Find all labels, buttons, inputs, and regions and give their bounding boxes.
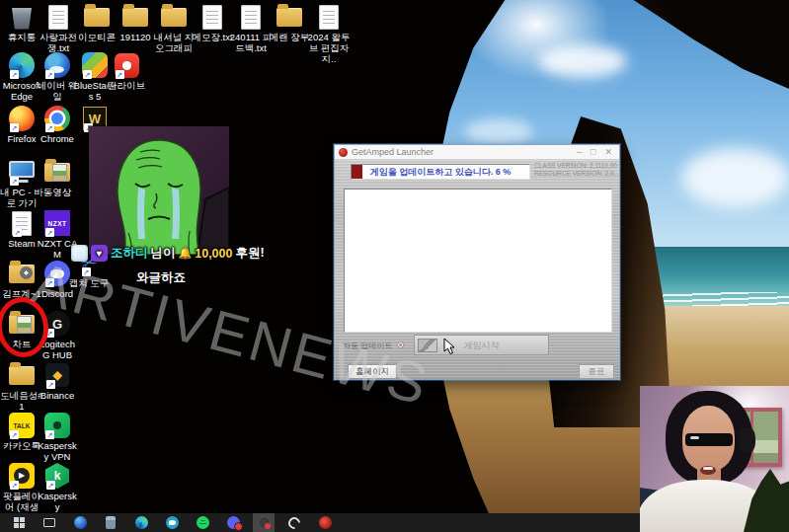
game-start-button[interactable]: 게임시작 — [414, 335, 549, 355]
text-file-icon — [48, 5, 68, 30]
kaspersky-icon: k — [45, 463, 69, 489]
folder-icon — [9, 366, 35, 385]
desktop-icon-live-app[interactable]: 딴라이브 — [105, 51, 148, 92]
folder-icon — [122, 8, 148, 27]
twitter-icon — [166, 516, 179, 529]
chrome-icon — [44, 106, 70, 131]
icon-label: Binance — [40, 391, 74, 402]
taskbar-discord[interactable] — [222, 513, 244, 532]
desktop-icon-folder-emoticon[interactable]: 이모티콘 — [75, 3, 118, 43]
taskbar-spotify[interactable] — [192, 513, 213, 532]
donation-overlay: ♥ 조하디님이 🔔 10,000후원! 와글하죠 — [71, 245, 288, 286]
desktop-icon-kaspersky-vpn[interactable]: Kaspersky VPN — [36, 412, 79, 463]
close-button[interactable]: ✕ — [604, 147, 612, 157]
icon-label: 메모장.txt — [192, 33, 232, 43]
donor-name: 조하디 — [111, 245, 148, 262]
version-info: CLASS VERSION: 2,1110,00 RESOURCE VERSIO… — [534, 162, 619, 179]
taskbar-edge[interactable] — [130, 513, 152, 532]
webcam-person-mouth — [700, 466, 716, 475]
steam-icon — [12, 211, 32, 236]
icon-label: 2024 왈투브 편집자 지.. — [307, 33, 351, 65]
auto-update-radio[interactable] — [397, 342, 404, 348]
text-file-icon — [319, 5, 339, 30]
taskbar-twitter[interactable] — [161, 513, 183, 532]
taskbar-task-view[interactable] — [39, 513, 60, 532]
desktop-icon-folder-191120[interactable]: 191120 — [114, 3, 157, 43]
window-pane — [753, 412, 779, 463]
wallpaper-cloud — [464, 118, 533, 144]
resource-version: RESOURCE VERSION: 2,9,.. — [534, 170, 619, 178]
taskbar-calculator[interactable] — [100, 513, 121, 532]
icon-label: Steam — [8, 239, 35, 250]
window-title: GetAmped Launcher — [352, 147, 573, 157]
wallpaper-cloud — [538, 44, 627, 78]
whale-browser-icon — [74, 516, 87, 529]
text-file-icon — [202, 5, 222, 30]
donation-tail: 후원! — [235, 245, 264, 262]
recycle-bin-icon — [12, 5, 32, 30]
desktop-icon-txt-feedback[interactable]: 240111 피드백.txt — [229, 3, 273, 54]
text-file-icon — [241, 5, 261, 30]
auto-update-label: 자동 업데이트 — [343, 341, 392, 351]
launcher-title-bar[interactable]: GetAmped Launcher – □ ✕ — [335, 145, 619, 160]
logitech-g-icon — [286, 514, 303, 531]
desktop-icon-txt-love-war[interactable]: 사랑과전쟁.txt — [37, 3, 80, 54]
webcam-sunglasses — [685, 433, 733, 446]
spotify-icon — [197, 516, 209, 529]
folder-icon — [44, 163, 70, 182]
desktop-icon-kaspersky[interactable]: k Kaspersky — [36, 462, 79, 513]
folder-icon — [161, 8, 187, 27]
calculator-icon — [106, 516, 116, 529]
kaspersky-vpn-icon — [44, 413, 70, 438]
game-start-label: 게임시작 — [415, 336, 548, 354]
taskbar-whale-browser[interactable] — [69, 513, 91, 532]
icon-label: 240111 피드백.txt — [229, 33, 273, 54]
desktop-icon-txt-memo[interactable]: 메모장.txt — [191, 3, 234, 43]
my-pc-icon — [9, 161, 35, 178]
edge-icon — [135, 516, 148, 529]
webcam-headphone — [739, 427, 755, 453]
homepage-button[interactable]: 홈페이지 — [348, 364, 397, 379]
play-icon: ▶ — [14, 468, 30, 484]
folder-icon — [276, 8, 302, 27]
icon-label: 동영상 — [43, 188, 72, 198]
donation-amount: 10,000 — [195, 247, 232, 261]
taskbar-nzxt-cam-active[interactable] — [253, 513, 275, 532]
whale-browser-icon — [44, 52, 70, 78]
progress-text: 게임을 업데이트하고 있습니다. 6 % — [352, 165, 529, 179]
icon-label: 내셔널 지오그래피 — [152, 33, 196, 54]
exit-button[interactable]: 종료 — [579, 364, 614, 379]
heart-icon: ♥ — [91, 245, 108, 262]
folder-icon — [9, 265, 35, 283]
desktop-icon-folder-videos[interactable]: 동영상 — [36, 158, 79, 198]
minimize-button[interactable]: – — [577, 147, 582, 157]
icon-label: Kaspersky — [36, 492, 79, 513]
icon-label: 191120 — [120, 33, 151, 43]
desktop-icon-folder-natgeo[interactable]: 내셔널 지오그래피 — [152, 3, 196, 54]
desktop-screen: 휴지통 사랑과전쟁.txt 이모티콘 191120 내셔널 지오그래피 메모장.… — [0, 0, 789, 532]
donation-message: 와글하죠 — [136, 269, 288, 286]
donation-badge-icon — [71, 245, 88, 262]
desktop-icon-binance[interactable]: ◆ Binance — [36, 361, 79, 402]
nzxt-cam-icon: NZXT — [44, 210, 70, 236]
icon-label: Chrome — [40, 134, 74, 145]
donor-suffix: 님이 — [151, 245, 176, 262]
taskbar-logitech-g[interactable] — [283, 513, 305, 532]
binance-icon: ◆ — [45, 363, 69, 387]
firefox-icon — [9, 106, 35, 131]
live-app-icon — [115, 53, 139, 78]
taskbar-getamped[interactable] — [314, 513, 336, 532]
crying-wojak-meme-image — [89, 126, 229, 255]
mouse-cursor — [443, 338, 455, 359]
windows-start-icon — [14, 517, 25, 528]
icon-label: 휴지통 — [8, 33, 37, 43]
icon-label: 딴라이브 — [108, 81, 145, 92]
discord-icon — [227, 516, 240, 529]
taskbar-start-button[interactable] — [8, 513, 30, 532]
desktop-icon-txt-editor-guide[interactable]: 2024 왈투브 편집자 지.. — [307, 3, 351, 65]
desktop-icon-folder-ledger[interactable]: 메랜 장부 — [268, 3, 311, 43]
nzxt-cam-icon — [258, 516, 271, 529]
icon-label: Firefox — [7, 134, 36, 145]
logitech-g-icon: G — [44, 311, 70, 337]
maximize-button[interactable]: □ — [591, 147, 595, 157]
